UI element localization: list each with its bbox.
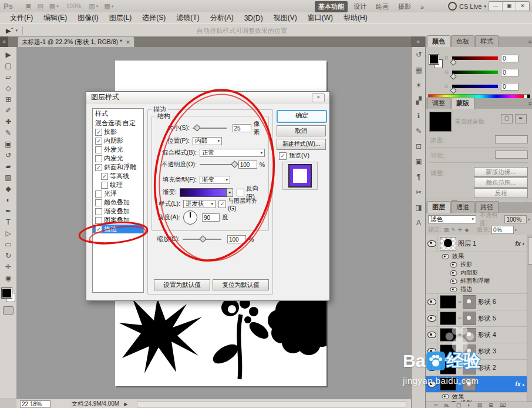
size-input[interactable] (233, 124, 251, 132)
angle-input[interactable] (202, 213, 220, 222)
style-item-blending-options[interactable]: 混合选项:自定 (93, 119, 143, 128)
checkbox[interactable] (95, 199, 102, 206)
minimize-button[interactable]: — (489, 2, 502, 11)
visibility-eye-icon[interactable] (427, 332, 436, 338)
layer-thumbnail[interactable] (440, 312, 456, 325)
marquee-tool[interactable]: ▢ (2, 61, 15, 72)
add-pixel-mask-icon[interactable]: ▢ (501, 114, 513, 123)
visibility-eye-icon[interactable] (427, 315, 436, 322)
visibility-eye-icon[interactable] (442, 254, 449, 259)
workspace-photography[interactable]: 摄影 (395, 1, 415, 12)
layers-opacity-input[interactable] (504, 215, 527, 223)
gradient-preview[interactable] (180, 188, 227, 197)
blend-mode-select[interactable]: 正常▾ (200, 149, 265, 157)
pen-tool[interactable]: ✒ (2, 206, 15, 217)
crop-tool[interactable]: ⊞ (2, 94, 15, 105)
quick-mask-button[interactable] (3, 306, 14, 315)
shape-tool[interactable]: ▭ (2, 239, 15, 250)
tab-adjustments[interactable]: 调整 (427, 97, 450, 109)
menu-layer[interactable]: 图层(L) (104, 12, 137, 24)
lock-pixels-icon[interactable]: ✎ (451, 227, 456, 233)
color-panel-menu-icon[interactable]: ≡ (528, 39, 531, 45)
layer-row-shape6[interactable]: ∞ 形状 6 (426, 294, 527, 310)
workspace-painting[interactable]: 绘画 (372, 1, 392, 12)
bridge-icon[interactable]: ▣ (25, 2, 31, 10)
checkbox[interactable]: ✓ (95, 226, 102, 233)
menu-edit[interactable]: 编辑(E) (38, 12, 72, 24)
preview-checkbox[interactable]: ✓ (279, 152, 287, 160)
path-selection-tool[interactable]: ▷ (2, 228, 15, 239)
lasso-tool[interactable]: ▱ (2, 72, 15, 83)
new-style-button[interactable]: 新建样式(W)... (277, 139, 326, 150)
vector-mask-thumbnail[interactable] (463, 295, 476, 309)
position-select[interactable]: 内部▾ (193, 137, 222, 145)
gradient-picker-arrow-icon[interactable]: ▾ (227, 188, 233, 197)
menu-image[interactable]: 图像(I) (72, 12, 103, 24)
layer-fx-icon[interactable]: fx (516, 240, 521, 247)
dialog-close-icon[interactable]: ✕ (312, 93, 325, 102)
eyedropper-tool[interactable]: ✐ (2, 105, 15, 116)
fill-type-select[interactable]: 渐变▾ (200, 176, 230, 184)
checkbox[interactable] (95, 190, 102, 198)
tool-presets-panel-icon[interactable]: ✂ (412, 185, 426, 200)
reset-default-button[interactable]: 复位为默认值 (213, 279, 269, 290)
tab-masks[interactable]: 蒙版 (451, 97, 474, 109)
vector-mask-thumbnail[interactable] (463, 312, 476, 325)
adjustments-panel-icon[interactable]: ☀ (412, 78, 426, 93)
visibility-eye-icon[interactable] (450, 279, 457, 284)
set-default-button[interactable]: 设置为默认值 (154, 279, 210, 290)
restore-button[interactable]: ▣ (502, 2, 516, 11)
visibility-eye-icon[interactable] (427, 299, 436, 305)
blur-tool[interactable]: ◆ (2, 183, 15, 195)
layer-row-shape5[interactable]: ∞ 形状 5 (426, 310, 527, 327)
layer-thumbnail[interactable] (440, 295, 456, 309)
style-item-pattern-overlay[interactable]: 图案叠加 (93, 216, 143, 225)
workspace-essentials[interactable]: 基本功能 (315, 1, 348, 12)
style-item-stroke[interactable]: ✓描边 (93, 225, 143, 233)
masks-panel-icon[interactable]: ◨ (412, 200, 426, 215)
menu-analysis[interactable]: 分析(A) (205, 12, 239, 24)
layer-thumbnail[interactable] (440, 237, 456, 250)
menu-file[interactable]: 文件(F) (5, 12, 38, 24)
align-checkbox[interactable]: ✓ (218, 200, 226, 208)
workspace-design[interactable]: 设计 (350, 1, 370, 12)
style-item-gradient-overlay[interactable]: 渐变叠加 (93, 207, 143, 216)
lock-transparency-icon[interactable]: ▨ (444, 227, 449, 233)
size-slider[interactable] (193, 128, 227, 129)
style-item-inner-glow[interactable]: 内发光 (93, 154, 143, 163)
gradient-tool[interactable]: ▨ (2, 172, 15, 183)
healing-brush-tool[interactable]: ✚ (2, 116, 15, 128)
angle-dial[interactable] (183, 210, 197, 225)
checkbox[interactable] (95, 146, 102, 153)
density-input[interactable] (495, 135, 528, 143)
tab-swatches[interactable]: 色板 (451, 35, 474, 47)
histogram-panel-icon[interactable]: ▞ (412, 93, 426, 108)
brush-panel-icon[interactable]: ✎ (412, 123, 426, 139)
status-scroll-groove[interactable] (137, 401, 406, 407)
checkbox[interactable]: ✓ (101, 173, 108, 180)
workspace-more-button[interactable]: » (417, 2, 427, 12)
effects-group-row[interactable]: 效果 (426, 252, 527, 260)
effect-row-inner-shadow[interactable]: 内阴影 (426, 269, 527, 277)
invert-button[interactable]: 反相 (474, 188, 528, 198)
clone-source-panel-icon[interactable]: ⊡ (412, 139, 426, 154)
color-panel-swatches[interactable] (429, 55, 443, 69)
gradient-style-select[interactable]: 迸发状▾ (183, 200, 216, 208)
style-item-bevel-emboss[interactable]: ✓斜面和浮雕 (93, 163, 143, 172)
blue-slider[interactable] (452, 85, 498, 88)
mini-bridge-icon[interactable]: ▤ (37, 2, 43, 10)
fill-scrubber-icon[interactable]: ▸ (515, 228, 517, 232)
effect-row-stroke[interactable]: 描边 (426, 285, 527, 294)
effect-row-drop-shadow[interactable]: 投影 (426, 260, 527, 269)
foreground-background-swatches[interactable] (1, 287, 15, 303)
tab-layers[interactable]: 图层 (427, 201, 450, 213)
cs-live-button[interactable]: CS Live▾ (448, 2, 486, 11)
foreground-color-swatch[interactable] (2, 288, 12, 298)
effect-row-bevel-emboss[interactable]: 斜面和浮雕 (426, 277, 527, 285)
checkbox[interactable]: ✓ (95, 164, 102, 171)
view-extras-icon[interactable]: ▦▾ (49, 2, 59, 10)
3d-rotate-tool[interactable]: ↻ (2, 250, 15, 262)
menu-view[interactable]: 视图(V) (268, 12, 302, 24)
menu-select[interactable]: 选择(S) (137, 12, 171, 24)
zoom-level-control[interactable]: 100% (66, 3, 82, 9)
